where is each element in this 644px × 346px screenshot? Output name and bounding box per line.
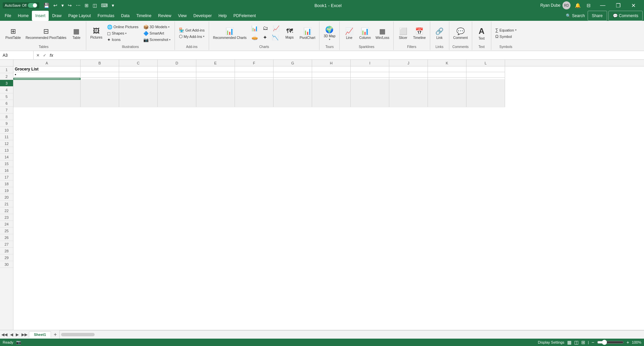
confirm-formula-button[interactable]: ✓ xyxy=(42,52,48,58)
row-num-26[interactable]: 26 xyxy=(0,234,13,241)
sheet-nav-first[interactable]: ◀◀ xyxy=(0,332,9,338)
cell-E2[interactable] xyxy=(196,72,235,78)
row-num-18[interactable]: 18 xyxy=(0,181,13,187)
symbol-button[interactable]: Ω Symbol xyxy=(493,34,518,40)
cell-K2[interactable] xyxy=(428,72,466,78)
line-chart-button[interactable]: 📈 xyxy=(271,24,282,33)
save-button[interactable]: 💾 xyxy=(42,2,51,9)
line-sparkline-button[interactable]: 📈 Line xyxy=(342,23,356,43)
menu-insert[interactable]: Insert xyxy=(32,11,49,21)
cell-G30[interactable] xyxy=(274,106,312,107)
cell-I30[interactable] xyxy=(351,106,389,107)
pivot-chart-button[interactable]: 📊 PivotChart xyxy=(298,23,317,43)
cell-L30[interactable] xyxy=(466,106,505,107)
cell-F2[interactable] xyxy=(235,72,274,78)
3d-models-button[interactable]: 📦 3D Models ▾ xyxy=(141,24,173,30)
col-header-F[interactable]: F xyxy=(235,60,274,66)
menu-review[interactable]: Review xyxy=(155,11,175,21)
ribbon-display-btn[interactable]: ⊟ xyxy=(585,2,592,9)
close-button[interactable]: ✕ xyxy=(626,0,641,11)
menu-home[interactable]: Home xyxy=(14,11,32,21)
col-header-B[interactable]: B xyxy=(81,60,119,66)
cell-H1[interactable] xyxy=(312,66,351,72)
zoom-level[interactable]: 100% xyxy=(632,340,641,344)
cell-J1[interactable] xyxy=(389,66,428,72)
zoom-slider[interactable] xyxy=(597,340,624,345)
col-header-D[interactable]: D xyxy=(158,60,196,66)
cell-G2[interactable] xyxy=(274,72,312,78)
pictures-button[interactable]: 🖼 Pictures xyxy=(88,23,104,43)
cell-D2[interactable] xyxy=(158,72,196,78)
cell-D1[interactable] xyxy=(158,66,196,72)
col-header-H[interactable]: H xyxy=(312,60,351,66)
page-layout-btn[interactable]: ◫ xyxy=(91,2,99,9)
comment-button[interactable]: 💬 Comment xyxy=(451,23,470,43)
row-num-11[interactable]: 11 xyxy=(0,134,13,140)
cell-J2[interactable] xyxy=(389,72,428,78)
scatter-chart-button[interactable]: ✦ xyxy=(261,34,269,42)
menu-draw[interactable]: Draw xyxy=(49,11,65,21)
cell-J30[interactable] xyxy=(389,106,428,107)
column-chart-button[interactable]: 📊 xyxy=(249,24,260,33)
shapes-button[interactable]: ◻ Shapes ▾ xyxy=(105,30,141,36)
row-num-2[interactable]: 2 xyxy=(0,73,13,80)
sheet-nav-next[interactable]: ▶ xyxy=(14,332,20,338)
row-num-7[interactable]: 7 xyxy=(0,107,13,113)
my-addins-button[interactable]: ⬡ My Add-Ins ▾ xyxy=(177,34,206,40)
sheet-nav-prev[interactable]: ◀ xyxy=(9,332,14,338)
menu-file[interactable]: File xyxy=(1,11,14,21)
timeline-button[interactable]: 📅 Timeline xyxy=(411,23,428,43)
col-header-L[interactable]: L xyxy=(466,60,505,66)
row-num-15[interactable]: 15 xyxy=(0,160,13,167)
row-num-29[interactable]: 29 xyxy=(0,254,13,261)
menu-timeline[interactable]: Timeline xyxy=(133,11,155,21)
hierarchy-chart-button[interactable]: 🗂 xyxy=(261,24,270,33)
cell-A1[interactable]: Grocery List xyxy=(13,66,81,72)
row-num-25[interactable]: 25 xyxy=(0,228,13,234)
menu-developer[interactable]: Developer xyxy=(190,11,215,21)
recommended-pivot-button[interactable]: ⊟ Recommended PivotTables xyxy=(23,23,68,43)
col-header-C[interactable]: C xyxy=(119,60,158,66)
row-num-16[interactable]: 16 xyxy=(0,167,13,174)
page-break-view-button[interactable]: ⊞ xyxy=(581,340,585,345)
row-num-30[interactable]: 30 xyxy=(0,261,13,268)
cell-C1[interactable] xyxy=(119,66,158,72)
scroll-thumb[interactable] xyxy=(61,333,95,336)
row-num-5[interactable]: 5 xyxy=(0,93,13,100)
winloss-sparkline-button[interactable]: ▦ Win/Loss xyxy=(374,23,391,43)
col-header-K[interactable]: K xyxy=(428,60,466,66)
col-header-G[interactable]: G xyxy=(274,60,312,66)
menu-formulas[interactable]: Formulas xyxy=(94,11,118,21)
cell-I2[interactable] xyxy=(351,72,389,78)
col-header-E[interactable]: E xyxy=(196,60,235,66)
comments-button[interactable]: 💬 Comments xyxy=(608,11,643,21)
row-num-23[interactable]: 23 xyxy=(0,214,13,221)
row-num-6[interactable]: 6 xyxy=(0,100,13,107)
menu-page-layout[interactable]: Page Layout xyxy=(65,11,94,21)
slicer-button[interactable]: ⬜ Slicer xyxy=(396,23,410,43)
undo-dropdown[interactable]: ▾ xyxy=(60,2,65,9)
smartart-button[interactable]: 🔷 SmartArt xyxy=(141,30,173,36)
cell-C30[interactable] xyxy=(119,106,158,107)
cell-F1[interactable] xyxy=(235,66,274,72)
menu-pdfelement[interactable]: PDFelement xyxy=(230,11,259,21)
sheet-nav-last[interactable]: ▶▶ xyxy=(20,332,29,338)
redo-button[interactable]: ↪ xyxy=(66,2,73,9)
3d-map-button[interactable]: 🌍 3D Map ▾ xyxy=(321,23,337,43)
cell-G1[interactable] xyxy=(274,66,312,72)
cell-K30[interactable] xyxy=(428,106,466,107)
cancel-formula-button[interactable]: ✕ xyxy=(35,52,41,58)
col-header-I[interactable]: I xyxy=(351,60,389,66)
link-button[interactable]: 🔗 Link xyxy=(432,23,447,43)
cell-B30[interactable] xyxy=(81,106,119,107)
insert-function-button[interactable]: fx xyxy=(48,52,55,58)
sheet-tab-sheet1[interactable]: Sheet1 xyxy=(29,331,51,338)
row-num-22[interactable]: 22 xyxy=(0,207,13,214)
menu-view[interactable]: View xyxy=(175,11,190,21)
row-num-19[interactable]: 19 xyxy=(0,187,13,194)
column-sparkline-button[interactable]: 📊 Column xyxy=(357,23,373,43)
customize-ribbon-btn[interactable]: ⌨ xyxy=(99,2,109,9)
page-layout-view-button[interactable]: ◫ xyxy=(574,340,579,345)
formula-input[interactable] xyxy=(56,51,644,59)
cell-K1[interactable] xyxy=(428,66,466,72)
